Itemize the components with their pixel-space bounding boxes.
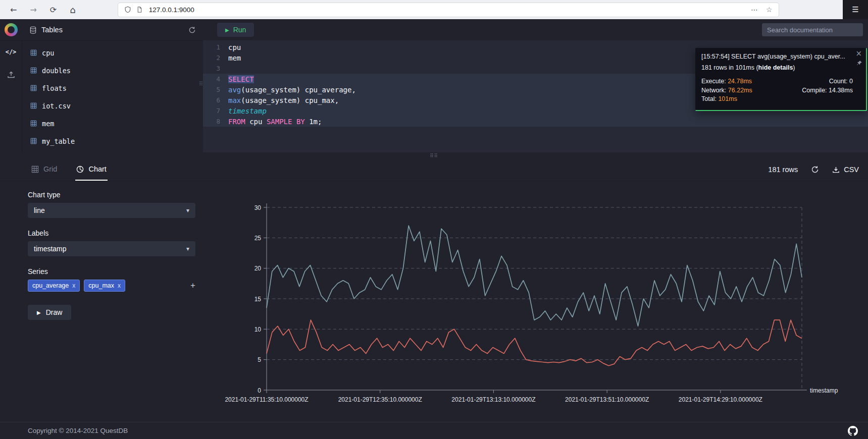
footer: Copyright © 2014-2021 QuestDB [0, 422, 868, 439]
svg-text:2021-01-29T14:29:10.000000Z: 2021-01-29T14:29:10.000000Z [679, 396, 762, 403]
github-icon[interactable] [848, 426, 858, 436]
code-line[interactable]: 8FROM cpu SAMPLE BY 1m; [203, 116, 868, 127]
svg-text:0: 0 [258, 387, 261, 394]
network-label: Network: [701, 87, 726, 94]
chevron-down-icon: ▾ [186, 245, 189, 252]
import-upload-icon[interactable] [7, 71, 15, 79]
svg-text:20: 20 [254, 265, 262, 272]
svg-text:15: 15 [254, 296, 262, 303]
url-input[interactable] [148, 6, 746, 14]
draw-button[interactable]: ▶ Draw [28, 305, 71, 320]
summary-suffix: ) [793, 64, 795, 71]
page-info-icon[interactable] [136, 6, 143, 13]
results-tabs: Grid Chart [30, 158, 108, 181]
table-item-iot-csv[interactable]: iot.csv [22, 97, 203, 115]
search-documentation-input[interactable] [762, 23, 863, 36]
questdb-logo[interactable] [0, 19, 22, 40]
tables-panel-title: Tables [41, 26, 63, 34]
download-icon [832, 166, 840, 174]
questdb-logo-mark [5, 23, 18, 36]
grid-icon [31, 166, 39, 173]
svg-text:30: 30 [254, 204, 262, 211]
table-item-doubles[interactable]: doubles [22, 62, 203, 79]
chart-series-cpu_average [267, 320, 802, 366]
splitter-dots-icon: ⠿⠿ [430, 153, 438, 158]
tab-grid-label: Grid [43, 165, 57, 173]
labels-select[interactable]: timestamp ▾ [28, 241, 195, 256]
run-play-icon: ▶ [225, 27, 229, 33]
svg-text:timestamp: timestamp [810, 387, 838, 394]
table-item-my-table[interactable]: my_table [22, 132, 203, 150]
copyright-text: Copyright © 2014-2021 QuestDB [28, 427, 128, 434]
refresh-tables-icon[interactable] [188, 26, 196, 34]
svg-text:25: 25 [254, 235, 262, 242]
add-series-icon[interactable]: + [190, 281, 195, 291]
more-options-icon[interactable]: ⋯ [751, 6, 758, 14]
svg-text:2021-01-29T12:35:10.000000Z: 2021-01-29T12:35:10.000000Z [338, 396, 422, 403]
shield-icon[interactable] [124, 6, 131, 13]
questdb-console: Tables ▶ Run </> cpu [0, 19, 868, 439]
refresh-page-icon[interactable]: ⟳ [50, 5, 57, 15]
svg-text:2021-01-29T11:35:10.000000Z: 2021-01-29T11:35:10.000000Z [225, 396, 308, 403]
table-grid-icon [30, 49, 37, 56]
table-name: doubles [42, 67, 71, 75]
left-rail: </> [0, 40, 22, 152]
table-name: iot.csv [42, 102, 71, 110]
table-item-mem[interactable]: mem [22, 115, 203, 132]
table-name: mem [42, 120, 54, 128]
svg-text:10: 10 [254, 326, 262, 333]
refresh-results-icon[interactable] [811, 166, 819, 174]
series-chip-cpu-average[interactable]: cpu_average x [28, 280, 80, 292]
run-button[interactable]: ▶ Run [217, 23, 254, 37]
compile-value: Compile: 14.38ms [802, 86, 853, 95]
line-number: 5 [203, 86, 228, 93]
draw-button-label: Draw [46, 308, 63, 316]
panel-drag-handle-icon[interactable]: ⠿ [199, 81, 203, 87]
line-number: 6 [203, 96, 228, 104]
svg-text:2021-01-29T13:13:10.000000Z: 2021-01-29T13:13:10.000000Z [451, 396, 535, 403]
network-value: 76.22ms [728, 87, 752, 94]
table-item-floats[interactable]: floats [22, 79, 203, 97]
line-number: 8 [203, 118, 228, 125]
tab-chart[interactable]: Chart [75, 158, 107, 181]
chart-section: Chart type line ▾ Labels timestamp ▾ Ser… [0, 181, 868, 422]
hamburger-menu-icon[interactable]: ☰ [852, 5, 858, 14]
tab-grid[interactable]: Grid [30, 158, 58, 181]
series-label: Series [28, 267, 195, 276]
chart-series-cpu_max [267, 226, 802, 326]
forward-icon[interactable]: → [30, 5, 36, 15]
notification-summary: 181 rows in 101ms (hide details) [701, 64, 853, 71]
series-chip-cpu-max[interactable]: cpu_max x [84, 280, 125, 292]
chart-type-select[interactable]: line ▾ [28, 203, 195, 218]
browser-menu-segment: ☰ [843, 0, 868, 19]
url-bar[interactable]: ⋯ ☆ [118, 3, 779, 17]
total-label: Total: [701, 95, 717, 102]
draw-play-icon: ▶ [37, 310, 41, 315]
chevron-down-icon: ▾ [186, 207, 189, 214]
horizontal-splitter[interactable]: ⠿⠿ [0, 152, 868, 158]
series-chip-label: cpu_average [32, 282, 69, 289]
chart-type-label: Chart type [28, 191, 195, 199]
close-icon[interactable]: × [855, 50, 862, 58]
pin-icon[interactable] [856, 60, 862, 66]
line-number: 4 [203, 75, 228, 83]
browser-toolbar: ← → ⟳ ⌂ ⋯ ☆ ☰ [0, 0, 868, 20]
table-grid-icon [30, 102, 37, 109]
back-icon[interactable]: ← [10, 5, 17, 15]
table-item-cpu[interactable]: cpu [22, 44, 203, 62]
home-icon[interactable]: ⌂ [70, 5, 75, 15]
remove-series-icon[interactable]: x [118, 282, 121, 289]
execute-value: 24.78ms [728, 78, 752, 85]
code-editor-icon[interactable]: </> [6, 48, 17, 56]
table-name: floats [42, 84, 67, 92]
csv-download-button[interactable]: CSV [832, 166, 859, 174]
bookmark-star-icon[interactable]: ☆ [766, 6, 773, 14]
table-grid-icon [30, 67, 37, 74]
editor-toolbar: ▶ Run [203, 19, 868, 40]
svg-text:5: 5 [258, 356, 261, 363]
line-number: 2 [203, 54, 228, 62]
series-chip-label: cpu_max [88, 282, 114, 289]
tables-panel-header: Tables [22, 19, 203, 40]
hide-details-link[interactable]: hide details [758, 64, 793, 71]
remove-series-icon[interactable]: x [72, 282, 75, 289]
